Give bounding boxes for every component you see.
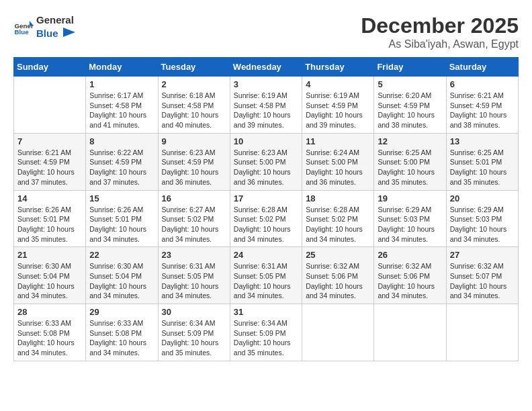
day-info-line: Sunrise: 6:31 AM	[234, 262, 287, 270]
day-info-line: and 34 minutes.	[17, 291, 68, 300]
day-info-line: Daylight: 10 hours	[162, 338, 219, 347]
day-info-line: Sunrise: 6:23 AM	[162, 148, 216, 156]
day-info-line: Sunset: 5:05 PM	[162, 272, 214, 280]
day-info-line: Sunrise: 6:30 AM	[89, 262, 143, 270]
day-info: Sunrise: 6:21 AMSunset: 4:59 PMDaylight:…	[17, 148, 82, 187]
day-info-line: and 34 minutes.	[450, 291, 500, 300]
day-info-line: Daylight: 10 hours	[89, 168, 146, 176]
day-number: 5	[378, 79, 442, 89]
day-info-line: and 39 minutes.	[234, 121, 284, 129]
day-info-line: Sunrise: 6:22 AM	[89, 148, 143, 156]
day-info-line: Sunset: 4:58 PM	[234, 101, 286, 109]
day-number: 27	[450, 250, 515, 260]
calendar-table: SundayMondayTuesdayWednesdayThursdayFrid…	[13, 57, 519, 361]
day-number: 23	[162, 250, 226, 260]
day-info-line: Sunrise: 6:28 AM	[234, 205, 287, 214]
day-info-line: Daylight: 10 hours	[450, 168, 507, 176]
day-info-line: Sunrise: 6:23 AM	[234, 148, 287, 156]
day-number: 19	[378, 193, 442, 203]
day-info-line: Daylight: 10 hours	[450, 225, 507, 233]
day-info-line: Sunrise: 6:33 AM	[89, 319, 143, 327]
day-info: Sunrise: 6:32 AMSunset: 5:06 PMDaylight:…	[306, 261, 370, 301]
day-info-line: Daylight: 10 hours	[234, 168, 291, 176]
day-cell: 22Sunrise: 6:30 AMSunset: 5:04 PMDayligh…	[86, 247, 158, 304]
day-info-line: Daylight: 10 hours	[306, 111, 363, 119]
svg-text:Blue: Blue	[15, 28, 30, 35]
day-info: Sunrise: 6:33 AMSunset: 5:08 PMDaylight:…	[17, 318, 82, 358]
day-info-line: Sunrise: 6:28 AM	[306, 205, 359, 214]
day-cell: 21Sunrise: 6:30 AMSunset: 5:04 PMDayligh…	[14, 247, 86, 304]
day-number: 13	[450, 136, 515, 146]
day-info-line: and 35 minutes.	[17, 235, 68, 243]
day-info: Sunrise: 6:23 AMSunset: 4:59 PMDaylight:…	[162, 148, 226, 187]
day-info: Sunrise: 6:19 AMSunset: 4:58 PMDaylight:…	[234, 91, 298, 130]
day-number: 17	[234, 193, 298, 203]
day-cell: 20Sunrise: 6:29 AMSunset: 5:03 PMDayligh…	[446, 190, 518, 247]
week-row-4: 21Sunrise: 6:30 AMSunset: 5:04 PMDayligh…	[14, 247, 519, 304]
day-info-line: Sunrise: 6:32 AM	[378, 262, 431, 270]
month-title: December 2025	[361, 13, 519, 38]
day-info-line: Sunrise: 6:31 AM	[162, 262, 216, 270]
day-info-line: Daylight: 10 hours	[378, 225, 435, 233]
day-cell: 28Sunrise: 6:33 AMSunset: 5:08 PMDayligh…	[14, 304, 86, 361]
day-info: Sunrise: 6:20 AMSunset: 4:59 PMDaylight:…	[378, 91, 442, 130]
day-number: 30	[162, 307, 226, 317]
day-info: Sunrise: 6:29 AMSunset: 5:03 PMDaylight:…	[450, 205, 515, 244]
day-number: 26	[378, 250, 442, 260]
day-info-line: Sunset: 5:01 PM	[89, 215, 142, 223]
day-info-line: Daylight: 10 hours	[450, 111, 507, 119]
day-info-line: Sunrise: 6:19 AM	[234, 91, 287, 99]
week-row-1: 1Sunrise: 6:17 AMSunset: 4:58 PMDaylight…	[14, 77, 519, 134]
day-number: 7	[17, 136, 82, 146]
day-info-line: and 36 minutes.	[234, 178, 284, 186]
day-cell: 17Sunrise: 6:28 AMSunset: 5:02 PMDayligh…	[230, 190, 302, 247]
header-tuesday: Tuesday	[158, 58, 230, 77]
day-number: 10	[234, 136, 298, 146]
day-info-line: and 35 minutes.	[378, 178, 428, 186]
day-info-line: Daylight: 10 hours	[17, 168, 75, 176]
day-info-line: Sunset: 5:02 PM	[162, 215, 214, 223]
day-cell: 11Sunrise: 6:24 AMSunset: 5:00 PMDayligh…	[302, 133, 374, 190]
day-cell: 24Sunrise: 6:31 AMSunset: 5:05 PMDayligh…	[230, 247, 302, 304]
day-info-line: and 37 minutes.	[17, 178, 68, 186]
day-info-line: Sunset: 5:00 PM	[306, 158, 358, 166]
day-info-line: Sunrise: 6:24 AM	[306, 148, 359, 156]
day-info: Sunrise: 6:31 AMSunset: 5:05 PMDaylight:…	[162, 261, 226, 301]
day-info: Sunrise: 6:17 AMSunset: 4:58 PMDaylight:…	[89, 91, 154, 130]
day-info-line: Daylight: 10 hours	[17, 282, 75, 290]
logo-arrow-icon	[63, 27, 75, 40]
day-cell: 2Sunrise: 6:18 AMSunset: 4:58 PMDaylight…	[158, 77, 230, 134]
day-info-line: and 36 minutes.	[162, 178, 212, 186]
day-number: 8	[89, 136, 154, 146]
day-info-line: Sunset: 5:00 PM	[234, 158, 286, 166]
day-info-line: Sunrise: 6:18 AM	[162, 91, 216, 99]
header-sunday: Sunday	[14, 58, 86, 77]
header-thursday: Thursday	[302, 58, 374, 77]
day-info-line: Sunrise: 6:27 AM	[162, 205, 216, 214]
day-info-line: Sunset: 4:58 PM	[89, 101, 142, 109]
logo-general-text: General	[36, 14, 74, 26]
day-info-line: Sunset: 5:02 PM	[306, 215, 358, 223]
day-cell: 8Sunrise: 6:22 AMSunset: 4:59 PMDaylight…	[86, 133, 158, 190]
day-info-line: Daylight: 10 hours	[234, 225, 291, 233]
day-number: 3	[234, 79, 298, 89]
day-info: Sunrise: 6:32 AMSunset: 5:06 PMDaylight:…	[378, 261, 442, 301]
day-info-line: Sunset: 5:03 PM	[378, 215, 430, 223]
day-info-line: Daylight: 10 hours	[306, 282, 363, 290]
day-info-line: Sunset: 4:59 PM	[378, 101, 430, 109]
day-number: 20	[450, 193, 515, 203]
week-row-2: 7Sunrise: 6:21 AMSunset: 4:59 PMDaylight…	[14, 133, 519, 190]
day-info: Sunrise: 6:30 AMSunset: 5:04 PMDaylight:…	[17, 261, 82, 301]
day-number: 29	[89, 307, 154, 317]
day-info-line: and 35 minutes.	[450, 178, 500, 186]
day-info-line: Sunset: 4:59 PM	[450, 101, 502, 109]
logo: General Blue General Blue	[13, 13, 75, 40]
week-row-3: 14Sunrise: 6:26 AMSunset: 5:01 PMDayligh…	[14, 190, 519, 247]
week-row-5: 28Sunrise: 6:33 AMSunset: 5:08 PMDayligh…	[14, 304, 519, 361]
day-info-line: Sunset: 5:02 PM	[234, 215, 286, 223]
day-cell: 6Sunrise: 6:21 AMSunset: 4:59 PMDaylight…	[446, 77, 518, 134]
day-info-line: Daylight: 10 hours	[378, 111, 435, 119]
day-info-line: and 34 minutes.	[234, 235, 284, 243]
day-info-line: Daylight: 10 hours	[234, 282, 291, 290]
day-info-line: Sunrise: 6:32 AM	[306, 262, 359, 270]
